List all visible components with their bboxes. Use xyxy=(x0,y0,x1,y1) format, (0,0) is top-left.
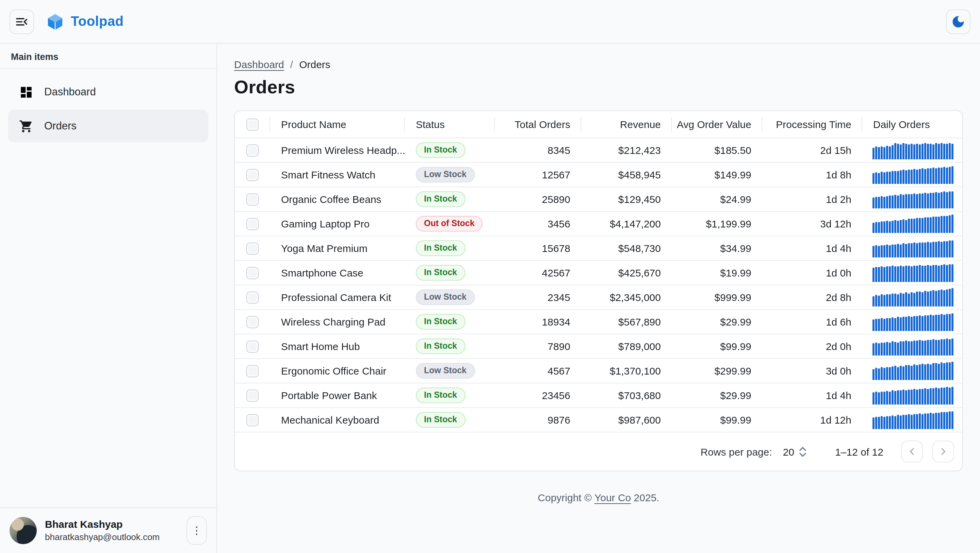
row-checkbox-cell xyxy=(235,261,270,285)
status-badge: In Stock xyxy=(416,265,465,280)
row-checkbox[interactable] xyxy=(247,365,259,377)
status-cell: In Stock xyxy=(405,261,495,285)
table-row: Smart Home HubIn Stock7890$789,000$99.99… xyxy=(235,335,962,359)
status-cell: In Stock xyxy=(405,408,495,432)
row-checkbox[interactable] xyxy=(247,316,259,328)
daily-orders-sparkline xyxy=(872,386,954,405)
avg-order-value-cell: $19.99 xyxy=(672,261,762,285)
product-name-cell: Wireless Charging Pad xyxy=(270,310,405,334)
footer-text-prefix: Copyright © xyxy=(538,492,595,503)
theme-toggle-button[interactable] xyxy=(946,9,970,34)
product-name-cell: Professional Camera Kit xyxy=(270,285,405,309)
column-header-status[interactable]: Status xyxy=(405,111,495,137)
avatar xyxy=(10,517,37,544)
daily-orders-cell xyxy=(862,163,962,186)
column-header-total_orders[interactable]: Total Orders xyxy=(495,111,581,137)
revenue-cell: $458,945 xyxy=(581,163,672,186)
row-checkbox[interactable] xyxy=(247,242,259,254)
column-header-daily_orders[interactable]: Daily Orders xyxy=(862,111,962,137)
table-row: Smartphone CaseIn Stock42567$425,670$19.… xyxy=(235,261,962,285)
revenue-cell: $567,890 xyxy=(581,310,672,334)
next-page-button[interactable] xyxy=(932,441,954,462)
select-all-checkbox[interactable] xyxy=(247,118,259,131)
row-checkbox-cell xyxy=(235,138,270,162)
row-checkbox-cell xyxy=(235,359,270,383)
row-checkbox[interactable] xyxy=(247,218,259,230)
revenue-cell: $129,450 xyxy=(581,187,672,211)
daily-orders-sparkline xyxy=(872,215,954,233)
daily-orders-sparkline xyxy=(872,288,954,306)
page-title: Orders xyxy=(234,77,963,98)
product-name-cell: Ergonomic Office Chair xyxy=(270,359,405,383)
revenue-cell: $4,147,200 xyxy=(581,212,672,236)
table-row: Ergonomic Office ChairLow Stock4567$1,37… xyxy=(235,359,962,383)
user-menu-button[interactable]: ⋮ xyxy=(186,516,207,545)
footer-link[interactable]: Your Co xyxy=(595,492,631,503)
row-checkbox[interactable] xyxy=(247,389,259,402)
revenue-cell: $789,000 xyxy=(581,335,672,358)
processing-time-cell: 1d 8h xyxy=(762,163,862,186)
dark-mode-moon-icon xyxy=(951,14,966,29)
avg-order-value-cell: $29.99 xyxy=(672,383,762,407)
total-orders-cell: 25890 xyxy=(495,187,581,211)
status-badge: In Stock xyxy=(416,338,465,354)
sidebar-collapse-button[interactable] xyxy=(10,9,34,34)
processing-time-cell: 2d 0h xyxy=(762,335,862,358)
previous-page-button[interactable] xyxy=(901,441,923,462)
processing-time-cell: 1d 12h xyxy=(762,408,862,432)
table-row: Premium Wireless Headp...In Stock8345$21… xyxy=(235,138,962,163)
footer-copyright: Copyright © Your Co 2025. xyxy=(234,492,963,503)
daily-orders-cell xyxy=(862,408,962,432)
row-checkbox[interactable] xyxy=(247,267,259,279)
total-orders-cell: 15678 xyxy=(495,236,581,260)
rows-per-page-select[interactable]: 20 xyxy=(783,446,807,457)
table-row: Organic Coffee BeansIn Stock25890$129,45… xyxy=(235,187,962,212)
dashboard-grid-icon xyxy=(19,85,33,99)
avg-order-value-cell: $29.99 xyxy=(672,310,762,334)
column-header-avg_order_value[interactable]: Avg Order Value xyxy=(672,111,762,137)
footer-text-suffix: 2025. xyxy=(631,492,659,503)
revenue-cell: $987,600 xyxy=(581,408,672,432)
status-cell: Low Stock xyxy=(405,163,495,186)
brand[interactable]: Toolpad xyxy=(46,13,124,30)
processing-time-cell: 2d 15h xyxy=(762,138,862,162)
column-header-label: Daily Orders xyxy=(873,118,930,130)
pagination-range: 1–12 of 12 xyxy=(835,446,883,457)
daily-orders-sparkline xyxy=(872,411,954,429)
product-name-cell: Portable Power Bank xyxy=(270,383,405,407)
status-cell: Out of Stock xyxy=(405,212,495,236)
column-header-processing_time[interactable]: Processing Time xyxy=(762,111,862,137)
table-header-row: Product NameStatusTotal OrdersRevenueAvg… xyxy=(235,111,962,138)
product-name-cell: Organic Coffee Beans xyxy=(270,187,405,211)
brand-title: Toolpad xyxy=(71,14,124,29)
status-badge: In Stock xyxy=(416,314,465,330)
daily-orders-sparkline xyxy=(872,141,954,159)
row-checkbox-cell xyxy=(235,236,270,260)
row-checkbox[interactable] xyxy=(247,414,259,426)
sidebar: Main items Dashboard Orders Bharat Kashy… xyxy=(0,44,217,553)
row-checkbox-cell xyxy=(235,212,270,236)
row-checkbox[interactable] xyxy=(247,340,259,352)
status-cell: Low Stock xyxy=(405,359,495,383)
row-checkbox[interactable] xyxy=(247,144,259,156)
product-name-cell: Yoga Mat Premium xyxy=(270,236,405,260)
row-checkbox[interactable] xyxy=(247,291,259,303)
daily-orders-sparkline xyxy=(872,312,954,331)
row-checkbox[interactable] xyxy=(247,169,259,181)
app-root: Toolpad Main items Dashboard Orders xyxy=(0,0,980,553)
daily-orders-cell xyxy=(862,285,962,309)
column-header-label: Revenue xyxy=(620,118,661,130)
status-badge: Out of Stock xyxy=(416,215,483,231)
total-orders-cell: 7890 xyxy=(495,335,581,358)
daily-orders-sparkline xyxy=(872,190,954,209)
revenue-cell: $212,423 xyxy=(581,138,672,162)
row-checkbox-cell xyxy=(235,383,270,407)
total-orders-cell: 4567 xyxy=(495,359,581,383)
sidebar-item-dashboard[interactable]: Dashboard xyxy=(8,76,208,108)
breadcrumb-link-dashboard[interactable]: Dashboard xyxy=(234,59,284,70)
column-header-product[interactable]: Product Name xyxy=(270,111,405,137)
column-header-revenue[interactable]: Revenue xyxy=(581,111,672,137)
breadcrumb-separator: / xyxy=(290,59,293,70)
row-checkbox[interactable] xyxy=(247,193,259,206)
sidebar-item-orders[interactable]: Orders xyxy=(8,110,208,142)
